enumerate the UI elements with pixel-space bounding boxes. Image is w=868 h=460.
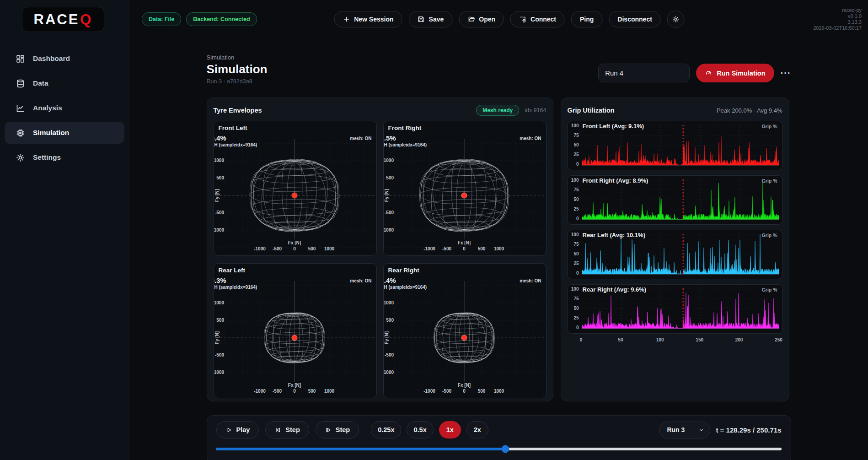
svg-text:1000: 1000 <box>214 158 224 163</box>
ping-button[interactable]: Ping <box>571 11 602 27</box>
run-select-value: Run 3 <box>667 426 685 433</box>
sidebar-item-data[interactable]: Data <box>5 72 124 94</box>
chart-icon <box>16 103 25 113</box>
theme-toggle-button[interactable] <box>667 11 685 28</box>
gauge-icon <box>705 69 713 77</box>
play-button[interactable]: Play <box>216 421 259 438</box>
sample-annotation: H (sampleidx=9164) <box>214 142 257 147</box>
disconnect-button[interactable]: Disconnect <box>609 11 660 27</box>
run-simulation-button[interactable]: Run Simulation <box>696 64 774 82</box>
svg-text:Fx [N]: Fx [N] <box>288 240 300 245</box>
topbar-buttons: New SessionSaveOpenConnectPingDisconnect <box>334 11 685 28</box>
speed-buttons: 0.25x0.5x1x2x <box>371 421 488 438</box>
grip-chart-title: Rear Left (Avg: 10.1%) <box>583 232 646 238</box>
svg-text:-500: -500 <box>442 246 451 251</box>
grip-y-tick: 75 <box>568 296 579 301</box>
grip-y-tick: 25 <box>568 261 579 266</box>
svg-text:-1000: -1000 <box>214 227 224 233</box>
connect-button[interactable]: Connect <box>510 11 565 27</box>
sidebar-item-analysis[interactable]: Analysis <box>5 97 124 119</box>
grip-y-tick: 25 <box>568 152 579 157</box>
svg-text:-1000: -1000 <box>254 389 266 394</box>
sidebar-item-label: Data <box>33 79 48 87</box>
grip-y-tick: 0 <box>568 325 579 330</box>
button-label: New Session <box>354 16 393 23</box>
run-select[interactable]: Run 3 <box>659 422 710 438</box>
tyre-envelope-front-right: Front Right9.5%H (sampleidx=9164)mesh: O… <box>383 121 547 256</box>
tyre-envelope-grid: Front Left9.4%H (sampleidx=9164)mesh: ON… <box>214 121 547 398</box>
sample-index-label: idx 9164 <box>525 107 546 114</box>
run-name-input[interactable] <box>598 64 690 82</box>
sidebar-item-simulation[interactable]: Simulation <box>5 122 124 144</box>
svg-text:-500: -500 <box>272 246 281 251</box>
svg-text:-1000: -1000 <box>384 227 394 233</box>
svg-text:1000: 1000 <box>493 246 504 251</box>
grip-x-tick: 200 <box>735 337 743 342</box>
svg-text:-1000: -1000 <box>214 370 224 375</box>
save-button[interactable]: Save <box>409 11 453 27</box>
sidebar-item-label: Dashboard <box>33 54 70 63</box>
grip-y-tick: 75 <box>568 187 579 192</box>
sidebar-item-label: Analysis <box>33 104 62 112</box>
svg-text:-1000: -1000 <box>384 370 394 375</box>
speed-button-0.25x[interactable]: 0.25x <box>371 421 401 438</box>
logo-text-race: RACE <box>34 11 80 28</box>
tyre-envelope-rear-right: Rear Right9.4%H (sampleidx=9164)mesh: ON… <box>383 263 547 398</box>
svg-text:-500: -500 <box>442 389 451 394</box>
topbar: Data: FileBackend: Connected New Session… <box>129 0 868 38</box>
page-header: Simulation Simulation Run 3 · a782d3a9 R… <box>207 54 791 85</box>
svg-text:0: 0 <box>293 389 296 394</box>
folder-open-icon <box>467 16 475 23</box>
svg-text:500: 500 <box>216 318 224 323</box>
grip-y-tick: 75 <box>568 133 579 138</box>
sidebar-item-label: Settings <box>33 153 61 162</box>
svg-text:Fx [N]: Fx [N] <box>457 240 470 245</box>
grip-y-tick: 75 <box>568 242 579 247</box>
grip-y-tick: 100 <box>568 232 579 237</box>
step-back-label: Step <box>285 426 300 433</box>
timeline-slider[interactable] <box>216 445 782 453</box>
grip-x-tick: 50 <box>618 337 623 342</box>
svg-text:1000: 1000 <box>214 300 224 305</box>
envelope-title: Rear Right <box>388 267 419 274</box>
slider-thumb[interactable] <box>502 445 509 453</box>
tyre-envelope-front-left: Front Left9.4%H (sampleidx=9164)mesh: ON… <box>214 121 377 256</box>
more-menu-button[interactable]: ··· <box>781 68 791 78</box>
button-label: Open <box>479 16 495 23</box>
grip-y-tick: 100 <box>568 287 579 292</box>
badge-backend-status: Backend: Connected <box>186 12 257 26</box>
svg-text:1000: 1000 <box>324 246 334 251</box>
speed-button-2x[interactable]: 2x <box>466 421 488 438</box>
svg-text:1000: 1000 <box>324 389 334 394</box>
grip-unit-label: Grip % <box>762 124 777 129</box>
step-forward-button[interactable]: Step <box>316 421 359 438</box>
grip-percent-annotation: 9.4% <box>383 276 427 284</box>
sample-annotation: H (sampleidx=9164) <box>383 285 427 290</box>
step-back-button[interactable]: Step <box>265 421 309 438</box>
svg-text:500: 500 <box>308 389 316 394</box>
grip-chart-rear-left: Rear Left (Avg: 10.1%)Grip %1007550250 <box>568 230 782 279</box>
grip-chart-plot <box>582 124 779 166</box>
save-icon <box>418 16 425 23</box>
grip-y-tick: 100 <box>568 178 579 183</box>
svg-text:500: 500 <box>386 175 394 180</box>
sidebar-item-dashboard[interactable]: Dashboard <box>5 48 124 70</box>
grip-y-tick: 0 <box>568 216 579 221</box>
open-button[interactable]: Open <box>459 11 504 27</box>
svg-text:0: 0 <box>463 389 466 394</box>
speed-button-1x[interactable]: 1x <box>439 421 461 438</box>
svg-text:1000: 1000 <box>384 158 394 163</box>
plus-icon <box>343 16 350 23</box>
play-label: Play <box>236 426 250 433</box>
database-icon <box>16 79 25 88</box>
envelope-annotation: 9.3%H (sampleidx=9164) <box>214 276 257 290</box>
new-session-button[interactable]: New Session <box>334 11 402 27</box>
grip-chart-stack: Front Left (Avg: 9.1%)Grip %1007550250Fr… <box>568 121 782 334</box>
sidebar-item-settings[interactable]: Settings <box>5 146 124 168</box>
svg-text:Fy [N]: Fy [N] <box>214 331 220 344</box>
tyre-panel-title: Tyre Envelopes <box>214 107 262 114</box>
main-area: Simulation Simulation Run 3 · a782d3a9 R… <box>129 38 868 460</box>
grip-x-axis: 050100150200250 <box>568 337 782 345</box>
speed-button-0.5x[interactable]: 0.5x <box>407 421 433 438</box>
svg-text:-1000: -1000 <box>423 389 435 394</box>
